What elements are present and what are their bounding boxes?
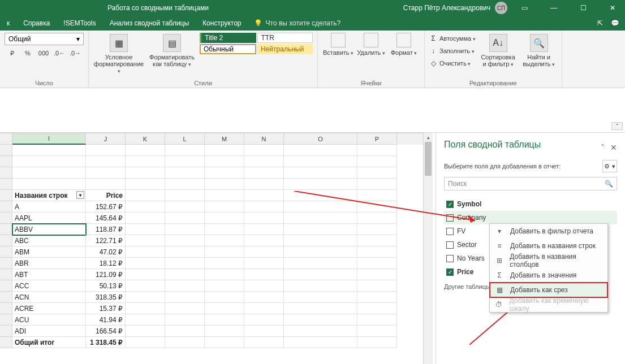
pivot-row-label[interactable]: AAPL: [12, 213, 86, 224]
empty-cell[interactable]: [12, 145, 86, 156]
empty-cell[interactable]: [284, 246, 357, 258]
empty-cell[interactable]: [357, 337, 397, 348]
autosum-button[interactable]: ΣАвтосумма: [429, 33, 476, 44]
empty-cell[interactable]: [244, 326, 284, 337]
empty-cell[interactable]: [284, 326, 357, 337]
empty-cell[interactable]: [244, 190, 284, 201]
pivot-row-label[interactable]: ACRE: [12, 303, 86, 314]
pane-collapse-icon[interactable]: ˅: [601, 143, 605, 152]
empty-cell[interactable]: [165, 167, 205, 179]
pivot-row-value[interactable]: 18.12 ₽: [86, 258, 126, 269]
ctx-добавить-в-названия-строк[interactable]: ≡Добавить в названия строк: [490, 239, 607, 253]
pivot-row-value[interactable]: 318.35 ₽: [86, 292, 126, 303]
empty-cell[interactable]: [165, 337, 205, 348]
row-header[interactable]: [0, 280, 12, 292]
empty-cell[interactable]: [357, 145, 397, 156]
empty-cell[interactable]: [244, 156, 284, 167]
empty-cell[interactable]: [126, 235, 165, 246]
col-L[interactable]: L: [165, 133, 205, 145]
field-checkbox[interactable]: [446, 255, 454, 262]
field-search-input[interactable]: Поиск 🔍: [444, 177, 617, 190]
pivot-row-value[interactable]: 47.02 ₽: [86, 246, 126, 258]
ctx-добавить-как-срез[interactable]: ▦Добавить как срез: [490, 283, 607, 297]
empty-cell[interactable]: [126, 303, 165, 314]
row-header[interactable]: [0, 326, 12, 337]
empty-cell[interactable]: [357, 258, 397, 269]
format-as-table-button[interactable]: ▤ Форматировать как таблицу: [146, 33, 197, 68]
clear-button[interactable]: ◇Очистить: [429, 58, 476, 69]
empty-cell[interactable]: [205, 235, 244, 246]
empty-cell[interactable]: [284, 179, 357, 190]
empty-cell[interactable]: [205, 145, 244, 156]
col-N[interactable]: N: [244, 133, 284, 145]
pane-close-icon[interactable]: ✕: [610, 143, 617, 152]
vertical-scrollbar[interactable]: ▴: [423, 133, 433, 364]
empty-cell[interactable]: [205, 292, 244, 303]
empty-cell[interactable]: [165, 145, 205, 156]
empty-cell[interactable]: [205, 269, 244, 280]
empty-cell[interactable]: [86, 167, 126, 179]
fill-button[interactable]: ↓Заполнить: [429, 45, 476, 57]
share-icon[interactable]: ⇱: [597, 19, 603, 27]
empty-cell[interactable]: [284, 303, 357, 314]
empty-cell[interactable]: [244, 145, 284, 156]
empty-cell[interactable]: [205, 337, 244, 348]
empty-cell[interactable]: [86, 145, 126, 156]
empty-cell[interactable]: [244, 314, 284, 326]
empty-cell[interactable]: [126, 190, 165, 201]
empty-cell[interactable]: [12, 179, 86, 190]
empty-cell[interactable]: [126, 280, 165, 292]
style-neutral[interactable]: Нейтральный: [257, 44, 313, 54]
row-header[interactable]: [0, 167, 12, 179]
field-company[interactable]: Company: [444, 211, 617, 224]
row-labels-header[interactable]: Названия строк▾: [12, 190, 86, 201]
empty-cell[interactable]: [244, 201, 284, 213]
empty-cell[interactable]: [126, 258, 165, 269]
row-header[interactable]: [0, 246, 12, 258]
currency-button[interactable]: ₽: [5, 47, 19, 59]
empty-cell[interactable]: [244, 337, 284, 348]
empty-cell[interactable]: [357, 156, 397, 167]
delete-button[interactable]: Удалить: [355, 33, 387, 56]
empty-cell[interactable]: [244, 269, 284, 280]
filter-dropdown-icon[interactable]: ▾: [76, 191, 84, 199]
col-I[interactable]: I: [12, 133, 86, 145]
find-select-button[interactable]: 🔍Найти и выделить: [521, 33, 557, 68]
empty-cell[interactable]: [357, 201, 397, 213]
col-M[interactable]: M: [205, 133, 244, 145]
dec-increase-button[interactable]: .0←: [52, 47, 67, 59]
empty-cell[interactable]: [165, 314, 205, 326]
row-header[interactable]: [0, 156, 12, 167]
pivot-row-value[interactable]: 145.64 ₽: [86, 213, 126, 224]
empty-cell[interactable]: [244, 258, 284, 269]
empty-cell[interactable]: [244, 303, 284, 314]
empty-cell[interactable]: [284, 258, 357, 269]
pivot-row-value[interactable]: 122.71 ₽: [86, 235, 126, 246]
field-checkbox[interactable]: [446, 241, 454, 249]
empty-cell[interactable]: [205, 224, 244, 235]
empty-cell[interactable]: [126, 201, 165, 213]
empty-cell[interactable]: [205, 314, 244, 326]
col-P[interactable]: P: [357, 133, 397, 145]
empty-cell[interactable]: [205, 156, 244, 167]
empty-cell[interactable]: [357, 280, 397, 292]
empty-cell[interactable]: [357, 235, 397, 246]
empty-cell[interactable]: [165, 235, 205, 246]
select-all-corner[interactable]: [0, 133, 12, 145]
empty-cell[interactable]: [357, 190, 397, 201]
empty-cell[interactable]: [205, 326, 244, 337]
scroll-thumb[interactable]: [425, 142, 432, 176]
pivot-row-value[interactable]: 118.87 ₽: [86, 224, 126, 235]
col-K[interactable]: K: [126, 133, 165, 145]
grid[interactable]: Названия строк▾PriceA152.67 ₽AAPL145.64 …: [0, 145, 433, 348]
pivot-row-label[interactable]: ABR: [12, 258, 86, 269]
collapse-ribbon-icon[interactable]: ˄: [611, 122, 623, 130]
minimize-icon[interactable]: —: [541, 0, 566, 16]
dec-decrease-button[interactable]: .0→: [68, 47, 83, 59]
pivot-row-label[interactable]: ADI: [12, 326, 86, 337]
empty-cell[interactable]: [284, 292, 357, 303]
tab-k[interactable]: к: [0, 16, 16, 31]
tab-semtools[interactable]: !SEMTools: [57, 16, 102, 31]
empty-cell[interactable]: [86, 156, 126, 167]
empty-cell[interactable]: [284, 269, 357, 280]
